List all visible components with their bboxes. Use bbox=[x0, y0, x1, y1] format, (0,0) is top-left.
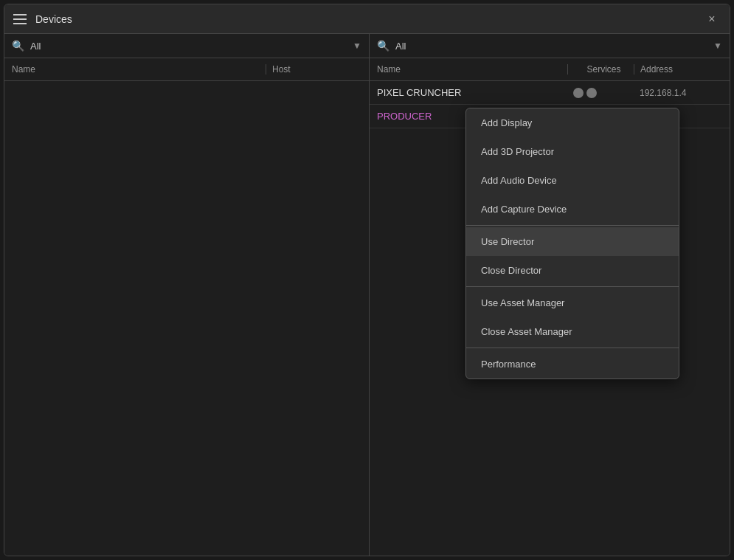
service-dot-icon bbox=[586, 88, 597, 98]
left-table-header: Name Host bbox=[4, 58, 369, 81]
menu-item-add-capture-device[interactable]: Add Capture Device bbox=[466, 195, 679, 224]
table-row[interactable]: PIXEL CRUNCHER 192.168.1.4 bbox=[370, 81, 730, 105]
content-area: 🔍 ▼ Name Host 🔍 ▼ Name Services Address bbox=[4, 34, 730, 556]
left-device-list bbox=[4, 81, 369, 556]
right-search-icon: 🔍 bbox=[377, 40, 389, 52]
menu-item-close-asset-manager[interactable]: Close Asset Manager bbox=[466, 317, 679, 346]
device-services bbox=[567, 88, 634, 98]
close-window-button[interactable]: × bbox=[703, 10, 721, 28]
menu-divider bbox=[466, 348, 679, 348]
devices-window: Devices × 🔍 ▼ Name Host 🔍 ▼ bbox=[4, 4, 730, 556]
menu-divider bbox=[466, 286, 679, 287]
right-col-address: Address bbox=[634, 64, 722, 75]
left-search-input[interactable] bbox=[30, 41, 347, 52]
menu-item-close-director[interactable]: Close Director bbox=[466, 256, 679, 285]
right-search-dropdown-arrow[interactable]: ▼ bbox=[713, 41, 722, 51]
right-search-input[interactable] bbox=[395, 41, 707, 52]
menu-item-performance[interactable]: Performance bbox=[466, 350, 679, 378]
left-search-icon: 🔍 bbox=[12, 40, 24, 52]
left-col-host: Host bbox=[266, 64, 361, 75]
menu-item-add-audio-device[interactable]: Add Audio Device bbox=[466, 166, 679, 195]
right-pane: 🔍 ▼ Name Services Address PIXEL CRUNCHER… bbox=[370, 34, 730, 556]
right-col-name: Name bbox=[377, 64, 567, 75]
left-pane: 🔍 ▼ Name Host bbox=[4, 34, 370, 556]
service-dot-icon bbox=[573, 88, 584, 98]
right-search-bar[interactable]: 🔍 ▼ bbox=[370, 34, 730, 58]
device-name: PIXEL CRUNCHER bbox=[377, 87, 567, 98]
right-col-services: Services bbox=[567, 64, 634, 75]
right-table-header: Name Services Address bbox=[370, 58, 730, 81]
hamburger-menu-icon[interactable] bbox=[13, 14, 27, 24]
left-search-bar[interactable]: 🔍 ▼ bbox=[4, 34, 369, 58]
menu-item-use-director[interactable]: Use Director bbox=[466, 227, 679, 256]
menu-item-add-display[interactable]: Add Display bbox=[466, 108, 679, 137]
left-search-dropdown-arrow[interactable]: ▼ bbox=[353, 41, 361, 51]
left-col-name: Name bbox=[12, 64, 266, 75]
menu-divider bbox=[466, 225, 679, 226]
device-address: 192.168.1.4 bbox=[634, 88, 722, 98]
menu-item-add-3d-projector[interactable]: Add 3D Projector bbox=[466, 137, 679, 166]
context-menu: Add Display Add 3D Projector Add Audio D… bbox=[465, 108, 679, 379]
title-bar: Devices × bbox=[4, 4, 730, 34]
menu-item-use-asset-manager[interactable]: Use Asset Manager bbox=[466, 288, 679, 317]
window-title: Devices bbox=[35, 13, 703, 25]
